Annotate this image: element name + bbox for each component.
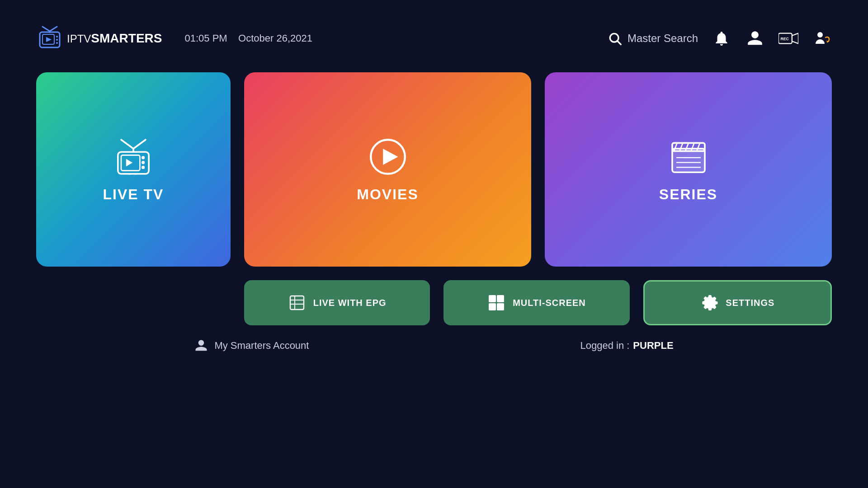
header-right: Master Search REC	[608, 28, 832, 48]
profile-button[interactable]	[745, 28, 765, 48]
movies-label: MOVIES	[357, 186, 418, 203]
settings-icon	[700, 294, 718, 312]
settings-label: SETTINGS	[726, 298, 774, 308]
logo-smarters: SMARTERS	[91, 31, 162, 45]
svg-point-14	[817, 32, 823, 38]
rec-icon: REC	[778, 28, 798, 48]
footer: My Smarters Account Logged in : PURPLE	[0, 339, 868, 352]
cards-row: LIVE TV MOVIES	[36, 72, 832, 267]
datetime: 01:05 PM October 26,2021	[184, 33, 312, 44]
account-section[interactable]: My Smarters Account	[194, 339, 309, 352]
movies-icon	[368, 136, 408, 177]
profile-icon	[746, 30, 764, 47]
account-label: My Smarters Account	[214, 340, 309, 352]
live-tv-icon	[113, 136, 154, 177]
logged-in-prefix: Logged in :	[580, 340, 629, 352]
svg-point-22	[142, 156, 145, 159]
live-epg-label: LIVE WITH EPG	[313, 298, 387, 308]
svg-rect-46	[497, 295, 504, 302]
svg-line-10	[618, 41, 621, 44]
movies-card[interactable]: MOVIES	[244, 72, 531, 267]
live-tv-card[interactable]: LIVE TV	[36, 72, 231, 267]
svg-marker-21	[126, 159, 132, 166]
svg-rect-47	[489, 303, 496, 310]
svg-marker-12	[792, 33, 798, 44]
main-content: LIVE TV MOVIES	[0, 72, 868, 325]
bottom-row: LIVE WITH EPG MULTI-SCREEN	[244, 280, 832, 325]
multi-screen-icon	[487, 294, 505, 312]
svg-rect-48	[497, 303, 504, 310]
date-display: October 26,2021	[238, 33, 312, 44]
svg-rect-45	[489, 295, 496, 302]
notifications-button[interactable]	[712, 28, 731, 48]
logged-in-section: Logged in : PURPLE	[580, 340, 673, 352]
svg-marker-4	[46, 37, 52, 42]
series-icon	[668, 136, 709, 177]
svg-marker-28	[383, 149, 398, 165]
svg-text:REC: REC	[780, 37, 789, 41]
svg-point-24	[142, 165, 145, 169]
svg-rect-30	[672, 149, 705, 172]
svg-line-17	[133, 140, 146, 149]
switch-user-button[interactable]	[812, 28, 832, 48]
svg-rect-26	[134, 173, 137, 175]
multi-screen-card[interactable]: MULTI-SCREEN	[443, 280, 629, 325]
header: IPTVSMARTERS 01:05 PM October 26,2021 Ma…	[0, 0, 868, 72]
master-search-button[interactable]: Master Search	[608, 31, 698, 46]
multi-screen-label: MULTI-SCREEN	[513, 298, 586, 308]
logged-in-user: PURPLE	[633, 340, 673, 352]
svg-line-16	[121, 140, 133, 149]
search-icon	[608, 31, 622, 46]
rec-button[interactable]: REC	[778, 28, 798, 48]
live-tv-label: LIVE TV	[103, 186, 164, 203]
account-icon	[194, 339, 208, 352]
svg-point-7	[56, 42, 58, 44]
settings-card[interactable]: SETTINGS	[643, 280, 832, 325]
series-label: SERIES	[659, 186, 717, 203]
master-search-label: Master Search	[627, 32, 698, 45]
live-epg-card[interactable]: LIVE WITH EPG	[244, 280, 430, 325]
logo-iptv: IPTV	[67, 33, 91, 45]
time-display: 01:05 PM	[184, 33, 227, 44]
svg-line-0	[42, 27, 50, 31]
logo-text: IPTVSMARTERS	[67, 31, 162, 46]
series-card[interactable]: SERIES	[545, 72, 832, 267]
epg-icon	[288, 294, 306, 312]
switch-user-icon	[812, 28, 832, 48]
svg-rect-41	[290, 296, 304, 310]
svg-rect-25	[128, 173, 131, 175]
logo-icon	[36, 25, 63, 52]
svg-line-1	[50, 27, 57, 31]
logo: IPTVSMARTERS	[36, 25, 162, 52]
svg-point-6	[56, 39, 58, 41]
bell-icon	[713, 30, 730, 47]
svg-point-23	[142, 161, 145, 164]
svg-point-5	[56, 36, 58, 38]
